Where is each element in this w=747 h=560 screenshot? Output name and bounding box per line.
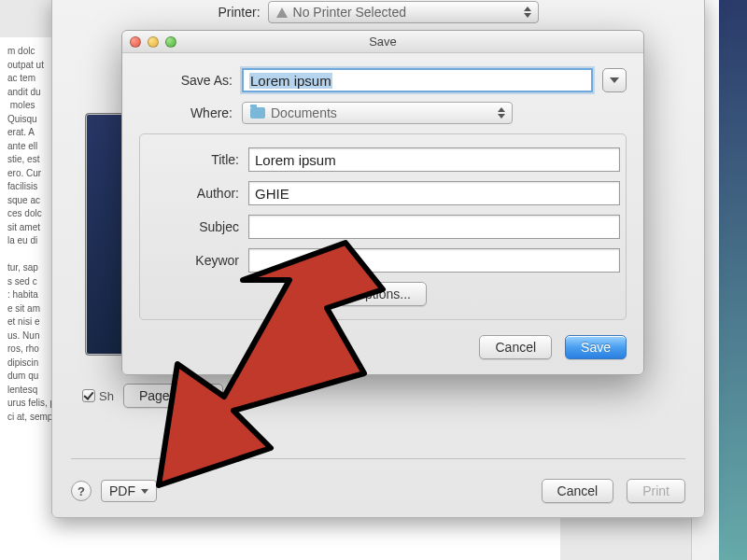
save-titlebar: Save <box>122 31 643 53</box>
print-button[interactable]: Print <box>627 479 685 503</box>
show-details-checkbox[interactable]: Sh <box>82 389 114 403</box>
keywords-input[interactable] <box>248 248 620 273</box>
pdf-label: PDF <box>109 483 135 498</box>
pdf-popup-button[interactable]: PDF <box>101 480 157 502</box>
where-select[interactable]: Documents <box>242 102 513 124</box>
where-value: Documents <box>271 105 337 120</box>
save-as-row: Save As: Lorem ipsum <box>139 68 627 92</box>
author-input[interactable] <box>248 181 620 205</box>
save-cancel-button[interactable]: Cancel <box>479 335 552 359</box>
save-as-input[interactable]: Lorem ipsum <box>242 68 593 92</box>
minimize-window-button[interactable] <box>148 36 159 48</box>
save-action-row: Cancel Save <box>139 335 627 359</box>
printer-row: Printer: No Printer Selected <box>52 0 704 26</box>
close-window-button[interactable] <box>130 36 141 48</box>
security-options-button[interactable]: Options... <box>339 282 427 306</box>
expand-save-panel-button[interactable] <box>602 68 627 92</box>
help-button[interactable]: ? <box>71 481 92 501</box>
save-as-label: Save As: <box>139 73 233 88</box>
print-bottom-row: ? PDF Cancel Print <box>52 479 704 503</box>
where-row: Where: Documents <box>139 102 627 124</box>
where-label: Where: <box>139 105 233 120</box>
subject-input[interactable] <box>248 215 620 239</box>
printer-value: No Printer Selected <box>293 5 406 20</box>
warning-icon <box>276 7 288 18</box>
updown-icon <box>521 4 534 21</box>
save-dialog-title: Save <box>369 35 397 49</box>
title-label: Title: <box>146 152 239 167</box>
printer-select[interactable]: No Printer Selected <box>268 1 539 23</box>
save-confirm-button[interactable]: Save <box>565 335 627 359</box>
keywords-row: Keywor <box>146 248 620 273</box>
keywords-label: Keywor <box>146 253 239 268</box>
folder-icon <box>250 107 265 119</box>
subject-label: Subjec <box>146 219 239 234</box>
print-divider <box>71 458 685 459</box>
print-cancel-button[interactable]: Cancel <box>542 479 614 503</box>
save-dialog: Save Save As: Lorem ipsum Where: Documen… <box>121 30 644 375</box>
pdf-metadata-block: Title: Author: Subjec Keywor Options... <box>139 133 627 320</box>
page-setup-button[interactable]: Page Setup <box>123 384 223 408</box>
desktop-wallpaper-strip <box>719 0 747 560</box>
save-as-value: Lorem ipsum <box>249 73 332 89</box>
author-row: Author: <box>146 181 620 205</box>
updown-icon <box>495 105 508 121</box>
subject-row: Subjec <box>146 215 620 239</box>
show-details-label: Sh <box>99 389 114 403</box>
title-input[interactable] <box>248 147 620 172</box>
window-traffic-lights <box>130 36 176 48</box>
printer-label: Printer: <box>218 5 260 20</box>
checkbox-icon <box>82 389 95 402</box>
page-setup-row: Sh Page Setup <box>82 384 674 408</box>
author-label: Author: <box>146 186 239 201</box>
title-row: Title: <box>146 147 620 172</box>
save-dialog-body: Save As: Lorem ipsum Where: Documents Ti… <box>122 53 643 374</box>
zoom-window-button[interactable] <box>165 36 176 48</box>
